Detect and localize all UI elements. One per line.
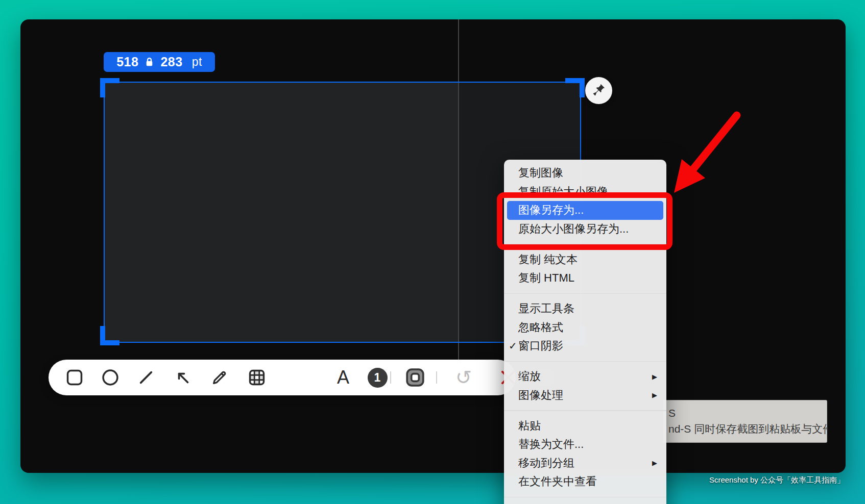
menu-item[interactable]: 缩放▶: [504, 367, 666, 386]
menu-item[interactable]: 替换为文件...: [504, 435, 666, 454]
red-arrow-annotation: [659, 97, 751, 206]
watermark: Screenshot by 公众号「效率工具指南」: [709, 475, 845, 485]
menu-item-label: 在文件夹中查看: [518, 474, 597, 489]
unit-label: pt: [192, 55, 202, 69]
menu-item[interactable]: ✓窗口阴影: [504, 337, 666, 356]
menu-item[interactable]: 在文件夹中查看: [504, 472, 666, 491]
menu-separator: [504, 410, 666, 411]
selection-height-value: 283: [160, 55, 182, 69]
undo-button[interactable]: ↺: [452, 366, 475, 389]
menu-item-label: 复制 HTML: [518, 270, 574, 286]
menu-item[interactable]: 显示工具条: [504, 299, 666, 318]
menu-item[interactable]: 粘贴: [504, 417, 666, 436]
menu-item-label: 复制图像: [518, 165, 563, 181]
counter-tool[interactable]: 1: [366, 366, 389, 389]
tooltip-line-2: nd-S 同时保存截图到粘贴板与文件: [668, 421, 822, 437]
tooltip-line-1: S: [668, 405, 822, 421]
selection-handle-top-right[interactable]: [565, 78, 585, 97]
shortcut-tooltip: S nd-S 同时保存截图到粘贴板与文件: [663, 400, 827, 443]
menu-item-label: 图像处理: [518, 388, 563, 403]
dimension-badge: 518 283 pt: [104, 52, 215, 72]
undo-icon: ↺: [455, 368, 472, 387]
red-highlight-rectangle: [497, 192, 672, 250]
text-tool-glyph: A: [337, 368, 349, 387]
line-tool[interactable]: [135, 366, 157, 389]
menu-item[interactable]: 复制图像: [504, 164, 666, 183]
menu-item-label: 缩放: [518, 369, 541, 384]
selection-handle-bottom-left[interactable]: [100, 326, 119, 345]
submenu-arrow-icon: ▶: [652, 459, 657, 467]
menu-item[interactable]: 复制 HTML: [504, 269, 666, 288]
menu-item-label: 粘贴: [518, 418, 541, 434]
menu-item[interactable]: 忽略格式: [504, 318, 666, 337]
selection-width-value: 518: [116, 55, 138, 69]
ellipse-tool[interactable]: [99, 366, 122, 389]
menu-separator: [504, 497, 666, 498]
toolbar-separator: [390, 371, 391, 384]
menu-item-label: 忽略格式: [518, 320, 563, 335]
checkmark-icon: ✓: [509, 340, 517, 352]
submenu-arrow-icon: ▶: [652, 373, 657, 381]
rectangle-tool[interactable]: [63, 366, 86, 389]
text-tool[interactable]: A: [332, 366, 354, 389]
menu-separator: [504, 361, 666, 362]
pin-button[interactable]: [585, 77, 612, 104]
lock-icon: [146, 57, 153, 67]
annotation-toolbar: A 1 ↺: [49, 360, 516, 395]
submenu-arrow-icon: ▶: [652, 391, 657, 399]
menu-separator: [504, 293, 666, 294]
mosaic-tool[interactable]: [246, 366, 268, 389]
menu-item-label: 窗口阴影: [518, 338, 563, 354]
menu-item[interactable]: 图像处理▶: [504, 386, 666, 405]
arrow-tool[interactable]: [172, 366, 194, 389]
menu-item-label: 显示工具条: [518, 301, 574, 316]
menu-item[interactable]: 复制 纯文本: [504, 250, 666, 269]
menu-item-label: 替换为文件...: [518, 437, 584, 452]
toolbar-separator: [436, 371, 437, 384]
selection-handle-top-left[interactable]: [100, 78, 119, 97]
menu-item-label: 移动到分组: [518, 456, 574, 471]
counter-badge: 1: [368, 368, 388, 388]
pushpin-icon: [592, 83, 606, 99]
menu-item-label: 复制 纯文本: [518, 252, 578, 267]
pencil-tool[interactable]: [208, 366, 231, 389]
menu-item[interactable]: 移动到分组▶: [504, 454, 666, 473]
